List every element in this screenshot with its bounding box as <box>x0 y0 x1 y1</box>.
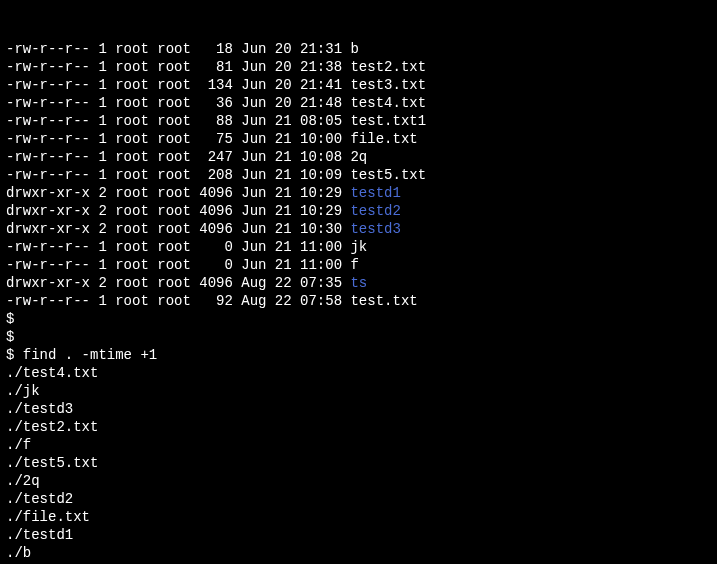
ls-row: -rw-r--r-- 1 root root 81 Jun 20 21:38 t… <box>6 58 711 76</box>
file-name: test.txt1 <box>350 113 426 129</box>
ls-row: -rw-r--r-- 1 root root 208 Jun 21 10:09 … <box>6 166 711 184</box>
output-line: ./f <box>6 436 711 454</box>
file-name: test4.txt <box>350 95 426 111</box>
ls-row: -rw-r--r-- 1 root root 75 Jun 21 10:00 f… <box>6 130 711 148</box>
output-line: ./2q <box>6 472 711 490</box>
dir-name: testd2 <box>350 203 400 219</box>
output-line: ./testd2 <box>6 490 711 508</box>
prompt-line: $ <box>6 328 711 346</box>
output-line: ./test5.txt <box>6 454 711 472</box>
command-line: $ find . -mtime +1 <box>6 346 711 364</box>
dir-name: testd1 <box>350 185 400 201</box>
output-line: ./testd3 <box>6 400 711 418</box>
file-name: f <box>350 257 358 273</box>
file-name: file.txt <box>350 131 417 147</box>
output-line: ./test2.txt <box>6 418 711 436</box>
ls-row: -rw-r--r-- 1 root root 92 Aug 22 07:58 t… <box>6 292 711 310</box>
dir-name: testd3 <box>350 221 400 237</box>
ls-row: drwxr-xr-x 2 root root 4096 Aug 22 07:35… <box>6 274 711 292</box>
file-name: test2.txt <box>350 59 426 75</box>
file-name: jk <box>350 239 367 255</box>
output-line: ./test4.txt <box>6 364 711 382</box>
ls-row: -rw-r--r-- 1 root root 0 Jun 21 11:00 f <box>6 256 711 274</box>
ls-row: -rw-r--r-- 1 root root 36 Jun 20 21:48 t… <box>6 94 711 112</box>
ls-row: -rw-r--r-- 1 root root 18 Jun 20 21:31 b <box>6 40 711 58</box>
output-line: ./jk <box>6 382 711 400</box>
file-name: test3.txt <box>350 77 426 93</box>
file-name: test.txt <box>350 293 417 309</box>
ls-row: drwxr-xr-x 2 root root 4096 Jun 21 10:29… <box>6 202 711 220</box>
file-name: 2q <box>350 149 367 165</box>
ls-row: -rw-r--r-- 1 root root 88 Jun 21 08:05 t… <box>6 112 711 130</box>
ls-row: drwxr-xr-x 2 root root 4096 Jun 21 10:29… <box>6 184 711 202</box>
ls-row: -rw-r--r-- 1 root root 247 Jun 21 10:08 … <box>6 148 711 166</box>
terminal[interactable]: -rw-r--r-- 1 root root 18 Jun 20 21:31 b… <box>0 0 717 564</box>
file-name: test5.txt <box>350 167 426 183</box>
output-line: ./b <box>6 544 711 562</box>
ls-row: -rw-r--r-- 1 root root 134 Jun 20 21:41 … <box>6 76 711 94</box>
prompt-line: $ <box>6 310 711 328</box>
ls-row: drwxr-xr-x 2 root root 4096 Jun 21 10:30… <box>6 220 711 238</box>
file-name: b <box>350 41 358 57</box>
dir-name: ts <box>350 275 367 291</box>
output-line: ./testd1 <box>6 526 711 544</box>
ls-row: -rw-r--r-- 1 root root 0 Jun 21 11:00 jk <box>6 238 711 256</box>
output-line: ./file.txt <box>6 508 711 526</box>
